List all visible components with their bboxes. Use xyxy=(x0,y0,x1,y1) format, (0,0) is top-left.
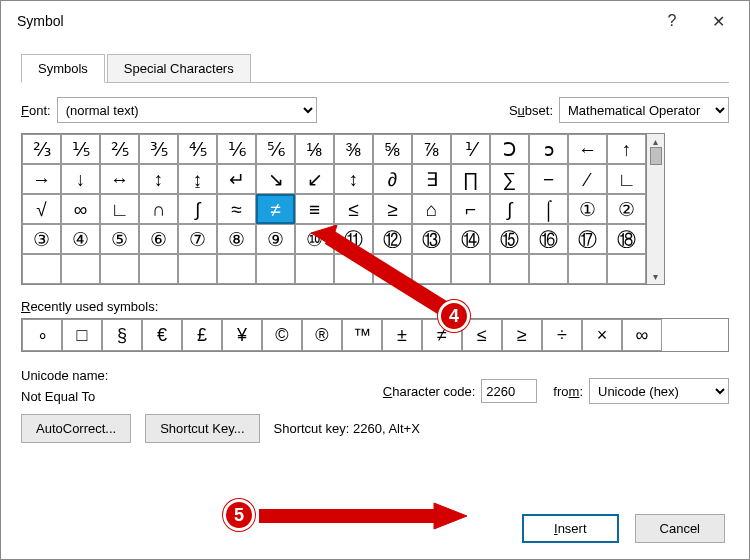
symbol-cell[interactable]: ⑰ xyxy=(568,224,607,254)
scroll-down-icon[interactable]: ▾ xyxy=(653,271,658,282)
symbol-cell[interactable]: ∞ xyxy=(61,194,100,224)
symbol-cell[interactable]: Ↄ xyxy=(490,134,529,164)
symbol-cell[interactable]: ↑ xyxy=(607,134,646,164)
symbol-cell[interactable]: ↵ xyxy=(217,164,256,194)
close-button[interactable]: ✕ xyxy=(695,1,741,41)
symbol-cell[interactable]: ⅘ xyxy=(178,134,217,164)
tab-special-characters[interactable]: Special Characters xyxy=(107,54,251,83)
symbol-cell[interactable] xyxy=(529,254,568,284)
shortcut-key-button[interactable]: Shortcut Key... xyxy=(145,414,259,443)
charcode-input[interactable] xyxy=(481,379,537,403)
symbol-cell[interactable] xyxy=(100,254,139,284)
symbol-cell[interactable] xyxy=(568,254,607,284)
symbol-cell[interactable]: ⅛ xyxy=(295,134,334,164)
symbol-cell[interactable]: ↄ xyxy=(529,134,568,164)
symbol-cell[interactable]: ⑤ xyxy=(100,224,139,254)
symbol-cell[interactable]: ↓ xyxy=(61,164,100,194)
symbol-cell[interactable]: ⅕ xyxy=(61,134,100,164)
symbol-cell[interactable]: ⑧ xyxy=(217,224,256,254)
symbol-cell[interactable]: ④ xyxy=(61,224,100,254)
recent-symbol-cell[interactable]: ÷ xyxy=(542,319,582,351)
symbol-cell[interactable]: ⌠ xyxy=(529,194,568,224)
svg-marker-3 xyxy=(434,503,467,529)
symbol-cell[interactable]: ⅙ xyxy=(217,134,256,164)
symbol-cell[interactable]: √ xyxy=(22,194,61,224)
symbol-cell[interactable] xyxy=(22,254,61,284)
symbol-cell[interactable]: ⅔ xyxy=(22,134,61,164)
symbol-cell[interactable]: ⌂ xyxy=(412,194,451,224)
recent-symbol-cell[interactable]: © xyxy=(262,319,302,351)
symbol-cell[interactable]: ↔ xyxy=(100,164,139,194)
symbol-cell[interactable]: ① xyxy=(568,194,607,224)
symbol-cell[interactable]: ⅗ xyxy=(139,134,178,164)
cancel-button[interactable]: Cancel xyxy=(635,514,725,543)
symbol-cell[interactable]: − xyxy=(529,164,568,194)
symbol-cell[interactable] xyxy=(178,254,217,284)
symbol-cell[interactable] xyxy=(217,254,256,284)
symbol-cell[interactable] xyxy=(61,254,100,284)
tab-symbols[interactable]: Symbols xyxy=(21,54,105,83)
symbol-cell[interactable]: ∫ xyxy=(490,194,529,224)
symbol-cell[interactable]: ∂ xyxy=(373,164,412,194)
font-label: Font: xyxy=(21,103,51,118)
symbol-cell[interactable]: ↕ xyxy=(334,164,373,194)
symbol-cell[interactable]: ≠ xyxy=(256,194,295,224)
symbol-cell[interactable]: ⑨ xyxy=(256,224,295,254)
symbol-cell[interactable] xyxy=(139,254,178,284)
from-select[interactable]: Unicode (hex) xyxy=(589,378,729,404)
symbol-cell[interactable]: ② xyxy=(607,194,646,224)
symbol-cell[interactable]: ≤ xyxy=(334,194,373,224)
symbol-cell[interactable]: ← xyxy=(568,134,607,164)
symbol-cell[interactable]: ⅞ xyxy=(412,134,451,164)
symbol-cell[interactable]: ⅖ xyxy=(100,134,139,164)
scroll-thumb[interactable] xyxy=(650,147,662,165)
symbol-cell[interactable]: ∏ xyxy=(451,164,490,194)
symbol-cell[interactable]: ∟ xyxy=(607,164,646,194)
help-button[interactable]: ? xyxy=(649,1,695,41)
symbol-cell[interactable]: ∑ xyxy=(490,164,529,194)
symbol-cell[interactable]: ↘ xyxy=(256,164,295,194)
symbol-cell[interactable]: ⅝ xyxy=(373,134,412,164)
insert-button[interactable]: Insert xyxy=(522,514,619,543)
symbol-cell[interactable]: ↨ xyxy=(178,164,217,194)
symbol-cell[interactable]: ⅚ xyxy=(256,134,295,164)
symbol-cell[interactable]: ∃ xyxy=(412,164,451,194)
symbol-cell[interactable]: ↙ xyxy=(295,164,334,194)
symbol-cell[interactable] xyxy=(256,254,295,284)
grid-scrollbar[interactable]: ▴ ▾ xyxy=(647,133,665,285)
recent-symbol-cell[interactable]: ¥ xyxy=(222,319,262,351)
recent-symbol-cell[interactable]: § xyxy=(102,319,142,351)
recent-symbol-cell[interactable]: ≥ xyxy=(502,319,542,351)
autocorrect-button[interactable]: AutoCorrect... xyxy=(21,414,131,443)
recent-symbol-cell[interactable]: □ xyxy=(62,319,102,351)
symbol-cell[interactable]: ↕ xyxy=(139,164,178,194)
symbol-cell[interactable]: ⑦ xyxy=(178,224,217,254)
symbol-cell[interactable] xyxy=(490,254,529,284)
recent-symbol-cell[interactable]: × xyxy=(582,319,622,351)
symbol-cell[interactable]: ∕ xyxy=(568,164,607,194)
symbol-cell[interactable]: ⑱ xyxy=(607,224,646,254)
symbol-cell[interactable]: → xyxy=(22,164,61,194)
recent-symbol-cell[interactable]: £ xyxy=(182,319,222,351)
symbol-cell[interactable]: ⌐ xyxy=(451,194,490,224)
font-select[interactable]: (normal text) xyxy=(57,97,317,123)
recent-symbol-cell[interactable]: ∞ xyxy=(622,319,662,351)
symbol-cell[interactable]: ⅜ xyxy=(334,134,373,164)
symbol-cell[interactable]: ≡ xyxy=(295,194,334,224)
symbol-cell[interactable]: ≥ xyxy=(373,194,412,224)
symbol-cell[interactable]: ∫ xyxy=(178,194,217,224)
titlebar: Symbol ? ✕ xyxy=(1,1,749,41)
symbol-cell[interactable]: ⑥ xyxy=(139,224,178,254)
symbol-cell[interactable]: ≈ xyxy=(217,194,256,224)
symbol-cell[interactable]: ∟ xyxy=(100,194,139,224)
scroll-up-icon[interactable]: ▴ xyxy=(653,136,658,147)
recent-symbol-cell[interactable]: € xyxy=(142,319,182,351)
symbol-cell[interactable]: ⑯ xyxy=(529,224,568,254)
symbol-cell[interactable]: ⅟ xyxy=(451,134,490,164)
symbol-cell[interactable] xyxy=(607,254,646,284)
symbol-cell[interactable]: ⑮ xyxy=(490,224,529,254)
subset-select[interactable]: Mathematical Operator xyxy=(559,97,729,123)
symbol-cell[interactable]: ③ xyxy=(22,224,61,254)
symbol-cell[interactable]: ∩ xyxy=(139,194,178,224)
recent-symbol-cell[interactable]: ∘ xyxy=(22,319,62,351)
